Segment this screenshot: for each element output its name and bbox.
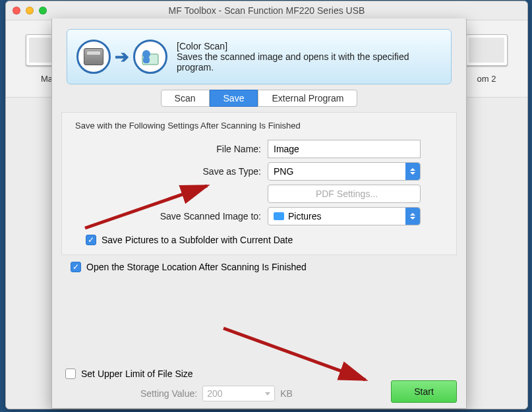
scan-settings-dialog: ➔ [Color Scan] Saves the scanned image a… bbox=[51, 18, 467, 409]
scanner-icon bbox=[76, 40, 111, 74]
close-window-button[interactable] bbox=[13, 7, 20, 15]
chevron-updown-icon bbox=[405, 163, 420, 180]
chevron-down-icon bbox=[265, 392, 270, 396]
pdf-settings-label: PDF Settings... bbox=[316, 189, 378, 199]
banner-text: [Color Scan] Saves the scanned image and… bbox=[177, 41, 442, 73]
save-settings-section: Save with the Following Settings After S… bbox=[61, 112, 457, 255]
subfolder-label: Save Pictures to a Subfolder with Curren… bbox=[102, 235, 293, 245]
toolbox-item-label: om 2 bbox=[477, 74, 496, 84]
user-program-icon bbox=[133, 40, 167, 74]
save-location-row: Save Scanned Image to: Pictures bbox=[70, 207, 448, 225]
save-location-label: Save Scanned Image to: bbox=[70, 211, 268, 221]
open-location-row: Open the Storage Location After Scanning… bbox=[71, 262, 448, 272]
start-button[interactable]: Start bbox=[391, 380, 457, 403]
setting-value-label: Setting Value: bbox=[140, 388, 197, 399]
section-title: Save with the Following Settings After S… bbox=[75, 121, 448, 131]
file-name-input[interactable] bbox=[268, 140, 421, 158]
banner-icons: ➔ bbox=[76, 40, 167, 74]
mode-banner: ➔ [Color Scan] Saves the scanned image a… bbox=[67, 29, 452, 84]
banner-heading: [Color Scan] bbox=[177, 41, 442, 51]
pdf-settings-row: PDF Settings... bbox=[70, 185, 448, 203]
titlebar: MF Toolbox - Scan Function MF220 Series … bbox=[6, 1, 527, 20]
tab-save[interactable]: Save bbox=[210, 90, 258, 107]
folder-icon bbox=[274, 212, 284, 220]
setting-value-stepper: 200 bbox=[202, 386, 275, 401]
traffic-lights bbox=[13, 7, 47, 15]
start-button-label: Start bbox=[414, 386, 434, 397]
subfolder-checkbox[interactable] bbox=[86, 235, 96, 245]
file-name-row: File Name: bbox=[70, 140, 448, 158]
minimize-window-button[interactable] bbox=[26, 7, 34, 15]
save-as-type-value: PNG bbox=[274, 166, 293, 177]
svg-rect-2 bbox=[143, 57, 150, 63]
file-size-limit-checkbox[interactable] bbox=[65, 368, 76, 379]
open-location-checkbox[interactable] bbox=[71, 262, 81, 272]
save-as-type-label: Save as Type: bbox=[70, 166, 268, 177]
window-title: MF Toolbox - Scan Function MF220 Series … bbox=[13, 5, 521, 16]
pdf-settings-button: PDF Settings... bbox=[268, 185, 421, 203]
save-as-type-row: Save as Type: PNG bbox=[70, 162, 448, 181]
arrow-right-icon: ➔ bbox=[115, 47, 129, 67]
zoom-window-button[interactable] bbox=[39, 7, 47, 15]
subfolder-checkbox-row: Save Pictures to a Subfolder with Curren… bbox=[86, 235, 448, 245]
dialog-bottom: Set Upper Limit of File Size Setting Val… bbox=[52, 368, 466, 408]
tab-external-program[interactable]: External Program bbox=[258, 90, 357, 107]
save-location-value: Pictures bbox=[288, 211, 322, 221]
banner-body: Saves the scanned image and opens it wit… bbox=[177, 51, 442, 73]
setting-value-unit: KB bbox=[280, 388, 293, 399]
tab-scan[interactable]: Scan bbox=[161, 90, 210, 107]
file-size-limit-row: Set Upper Limit of File Size bbox=[65, 368, 457, 379]
document-icon bbox=[465, 34, 508, 66]
setting-value: 200 bbox=[207, 388, 222, 399]
file-name-label: File Name: bbox=[70, 144, 268, 154]
open-location-label: Open the Storage Location After Scanning… bbox=[86, 262, 307, 272]
file-size-limit-label: Set Upper Limit of File Size bbox=[81, 368, 193, 379]
settings-tabs: Scan Save External Program bbox=[52, 90, 466, 107]
save-location-select[interactable]: Pictures bbox=[268, 207, 421, 225]
chevron-updown-icon bbox=[405, 208, 420, 225]
save-as-type-select[interactable]: PNG bbox=[268, 162, 421, 181]
